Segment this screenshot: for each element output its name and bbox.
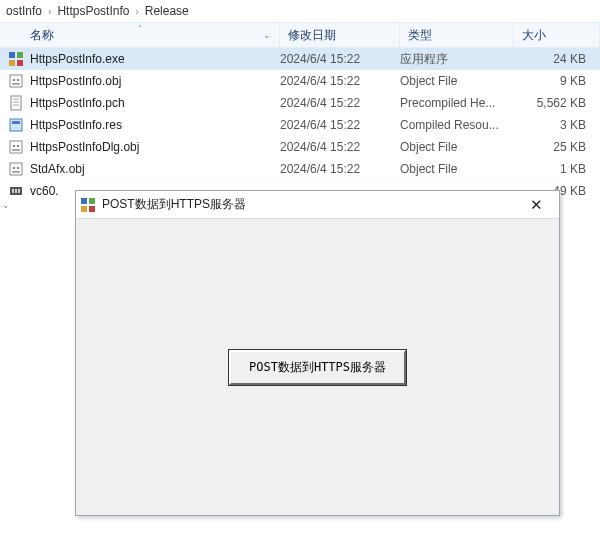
column-type-label: 类型 xyxy=(408,27,432,44)
column-size-label: 大小 xyxy=(522,27,546,44)
file-size: 25 KB xyxy=(514,140,600,154)
file-name: HttpsPostInfo.exe xyxy=(26,52,280,66)
breadcrumb: ostInfo › HttpsPostInfo › Release xyxy=(0,0,600,22)
table-row[interactable]: HttpsPostInfo.obj2024/6/4 15:22Object Fi… xyxy=(0,70,600,92)
file-size: 9 KB xyxy=(514,74,600,88)
breadcrumb-item[interactable]: ostInfo xyxy=(6,4,42,18)
file-type: Object File xyxy=(400,162,514,176)
column-header-row: ˄ 名称 ⌄ 修改日期 类型 大小 xyxy=(0,22,600,48)
file-type: Compiled Resou... xyxy=(400,118,514,132)
file-name: StdAfx.obj xyxy=(26,162,280,176)
breadcrumb-item[interactable]: HttpsPostInfo xyxy=(57,4,129,18)
svg-point-15 xyxy=(17,167,19,169)
svg-point-12 xyxy=(17,145,19,147)
table-row[interactable]: HttpsPostInfoDlg.obj2024/6/4 15:22Object… xyxy=(0,136,600,158)
svg-rect-21 xyxy=(89,198,95,204)
post-button[interactable]: POST数据到HTTPS服务器 xyxy=(229,350,406,385)
chevron-right-icon: › xyxy=(48,6,51,17)
column-name-label: 名称 xyxy=(30,27,54,44)
file-type: 应用程序 xyxy=(400,51,514,68)
file-name: HttpsPostInfo.res xyxy=(26,118,280,132)
table-row[interactable]: StdAfx.obj2024/6/4 15:22Object File1 KB xyxy=(0,158,600,180)
file-name: HttpsPostInfo.pch xyxy=(26,96,280,110)
table-row[interactable]: HttpsPostInfo.exe2024/6/4 15:22应用程序24 KB xyxy=(0,48,600,70)
column-type[interactable]: 类型 xyxy=(400,23,514,47)
svg-rect-3 xyxy=(17,60,23,66)
file-size: 5,562 KB xyxy=(514,96,600,110)
column-modified-label: 修改日期 xyxy=(288,27,336,44)
dialog-body: POST数据到HTTPS服务器 xyxy=(76,219,559,515)
file-type: Precompiled He... xyxy=(400,96,514,110)
table-row[interactable]: HttpsPostInfo.pch2024/6/4 15:22Precompil… xyxy=(0,92,600,114)
file-size: 24 KB xyxy=(514,52,600,66)
chevron-down-icon: ⌄ xyxy=(263,30,271,40)
file-size: 3 KB xyxy=(514,118,600,132)
file-list: HttpsPostInfo.exe2024/6/4 15:22应用程序24 KB… xyxy=(0,48,600,202)
file-name: HttpsPostInfoDlg.obj xyxy=(26,140,280,154)
file-date: 2024/6/4 15:22 xyxy=(280,162,400,176)
chevron-down-icon[interactable]: ⌄ xyxy=(2,200,14,210)
file-type: Object File xyxy=(400,140,514,154)
close-button[interactable]: ✕ xyxy=(517,193,555,217)
file-size: 1 KB xyxy=(514,162,600,176)
close-icon: ✕ xyxy=(530,196,543,214)
file-date: 2024/6/4 15:22 xyxy=(280,140,400,154)
dialog-title: POST数据到HTTPS服务器 xyxy=(102,196,517,213)
column-size[interactable]: 大小 xyxy=(514,23,600,47)
column-modified[interactable]: 修改日期 xyxy=(280,23,400,47)
svg-rect-23 xyxy=(89,206,95,212)
svg-rect-1 xyxy=(17,52,23,58)
file-date: 2024/6/4 15:22 xyxy=(280,118,400,132)
sort-asc-icon: ˄ xyxy=(138,24,142,33)
file-name: HttpsPostInfo.obj xyxy=(26,74,280,88)
file-date: 2024/6/4 15:22 xyxy=(280,96,400,110)
svg-rect-19 xyxy=(18,189,20,193)
dialog-post-https: POST数据到HTTPS服务器 ✕ POST数据到HTTPS服务器 xyxy=(75,190,560,516)
dialog-titlebar[interactable]: POST数据到HTTPS服务器 ✕ xyxy=(76,191,559,219)
column-name[interactable]: ˄ 名称 ⌄ xyxy=(0,23,280,47)
breadcrumb-item[interactable]: Release xyxy=(145,4,189,18)
svg-rect-18 xyxy=(15,189,17,193)
svg-rect-20 xyxy=(81,198,87,204)
file-type: Object File xyxy=(400,74,514,88)
file-date: 2024/6/4 15:22 xyxy=(280,52,400,66)
svg-rect-22 xyxy=(81,206,87,212)
app-icon xyxy=(80,197,96,213)
svg-point-6 xyxy=(17,79,19,81)
chevron-right-icon: › xyxy=(135,6,138,17)
table-row[interactable]: HttpsPostInfo.res2024/6/4 15:22Compiled … xyxy=(0,114,600,136)
file-date: 2024/6/4 15:22 xyxy=(280,74,400,88)
tree-rail: ⌄ xyxy=(0,46,14,222)
